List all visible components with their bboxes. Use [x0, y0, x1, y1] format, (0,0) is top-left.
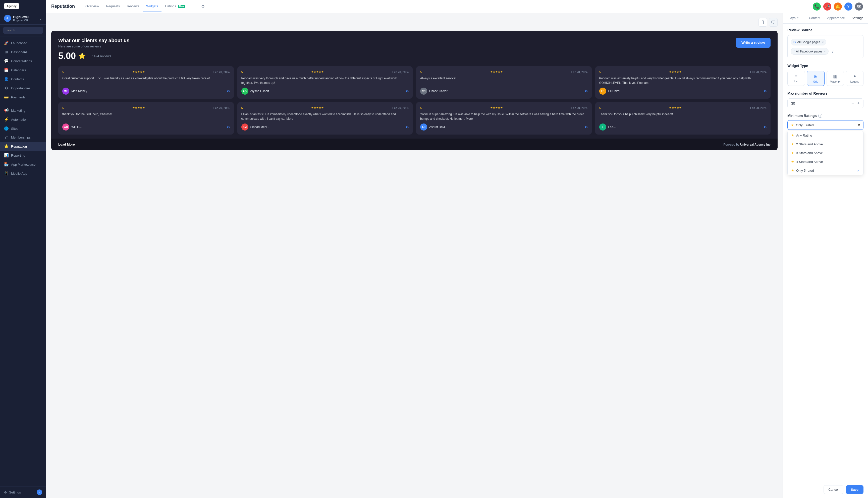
review-card: 5 ★★★★★ Feb 20, 2024 Always a excellent … — [416, 66, 592, 99]
rating-option-any[interactable]: ★ Any Rating — [788, 131, 863, 140]
review-text: Thank you for your help Abhishek! Very h… — [599, 112, 767, 121]
review-card-header: 5 ★★★★★ Feb 20, 2024 — [599, 70, 767, 74]
decrement-button[interactable]: − — [852, 101, 854, 106]
review-stars: ★★★★★ — [132, 70, 145, 74]
option-label: Only 5 rated — [796, 169, 814, 172]
sidebar-item-mobile-app[interactable]: 📱 Mobile App — [0, 169, 46, 178]
widget-type-masonry-button[interactable]: ▦ Masonry — [827, 71, 844, 86]
reviewer-info: WH Will H... — [62, 123, 82, 131]
bell-icon-button[interactable]: 🔔 — [834, 2, 842, 11]
sidebar-item-marketing[interactable]: 📢 Marketing — [0, 106, 46, 115]
review-card-header: 5 ★★★★★ Feb 20, 2024 — [241, 70, 409, 74]
remove-facebook-button[interactable]: × — [824, 50, 826, 53]
rating-option-4star[interactable]: ★ 4 Stars and Above — [788, 157, 863, 166]
reviewer-name: Eli Shirel — [608, 89, 620, 93]
review-stars: ★★★★★ — [490, 106, 503, 109]
review-count: 1494 reviews — [92, 54, 111, 58]
search-input[interactable] — [3, 27, 43, 34]
sidebar-item-settings[interactable]: ⚙ Settings — [4, 490, 21, 494]
tab-widgets[interactable]: Widgets — [143, 1, 161, 12]
tab-requests[interactable]: Requests — [103, 1, 123, 12]
sidebar-item-reputation[interactable]: ⭐ Reputation — [0, 142, 46, 151]
sidebar-item-label: Marketing — [11, 109, 25, 113]
widget-type-label: Grid — [809, 80, 823, 83]
sidebar-item-automation[interactable]: ⚡ Automation — [0, 115, 46, 124]
reviewer-name: Sinead McN... — [250, 125, 269, 129]
review-footer: SM Sinead McN... G — [241, 123, 409, 131]
sidebar-item-label: Contacts — [11, 77, 24, 81]
rating-option-5star[interactable]: ★ Only 5 rated ✓ — [788, 166, 863, 175]
rating-option-3star[interactable]: ★ 3 Stars and Above — [788, 148, 863, 157]
review-rating-num: 5 — [241, 106, 243, 109]
sidebar-item-payments[interactable]: 💳 Payments — [0, 93, 46, 102]
tab-overview[interactable]: Overview — [82, 1, 103, 12]
review-text: Always a excellent service! — [420, 76, 588, 85]
rating-option-2star[interactable]: ★ 2 Stars and Above — [788, 140, 863, 148]
phone-icon-button[interactable]: 📞 — [813, 2, 821, 11]
logo-text: Agency — [4, 3, 19, 9]
sidebar-item-dashboard[interactable]: ⊞ Dashboard — [0, 48, 46, 56]
facebook-source-label: All Facebook pages — [796, 50, 822, 53]
widget-type-grid-button[interactable]: ⊞ Grid — [807, 71, 825, 86]
tab-reviews[interactable]: Reviews — [123, 1, 143, 12]
sidebar-item-calendars[interactable]: 📅 Calendars — [0, 66, 46, 75]
review-date: Feb 20, 2024 — [392, 106, 409, 109]
sidebar-item-contacts[interactable]: 👤 Contacts — [0, 75, 46, 83]
write-review-button[interactable]: Write a review — [736, 38, 770, 48]
widget-type-grid: ≡ List ⊞ Grid ▦ Masonry ✦ — [787, 71, 864, 86]
review-date: Feb 20, 2024 — [750, 70, 766, 74]
review-rating-num: 5 — [599, 106, 601, 109]
save-button[interactable]: Save — [846, 485, 864, 494]
min-ratings-dropdown-trigger[interactable]: ★ Only 5 rated ∨ — [787, 120, 864, 130]
increment-button[interactable]: + — [857, 101, 860, 106]
reviewer-name: Chase Calver — [429, 89, 448, 93]
sidebar-item-conversations[interactable]: 💬 Conversations — [0, 56, 46, 66]
help-icon-button[interactable]: ? — [844, 2, 852, 11]
mobile-preview-button[interactable] — [759, 18, 767, 27]
sidebar-item-memberships[interactable]: 🏷 Memberships — [0, 133, 46, 142]
sidebar-item-sites[interactable]: 🌐 Sites — [0, 124, 46, 133]
widget-header: What our clients say about us Here are s… — [58, 38, 770, 61]
sidebar-item-launchpad[interactable]: 🚀 Launchpad — [0, 38, 46, 48]
review-footer: CC Chase Calver G — [420, 88, 588, 95]
desktop-preview-button[interactable] — [769, 18, 778, 27]
sidebar-item-app-marketplace[interactable]: 🏪 App Marketplace — [0, 160, 46, 169]
megaphone-icon-button[interactable]: 📣 — [823, 2, 831, 11]
tab-settings[interactable]: Settings — [847, 13, 868, 23]
sidebar-collapse-button[interactable]: ‹ — [37, 489, 42, 495]
remove-google-button[interactable]: × — [822, 40, 824, 44]
review-card: 5 ★★★★★ Feb 20, 2024 Poonam was extremel… — [595, 66, 771, 99]
widget-type-list-button[interactable]: ≡ List — [787, 71, 805, 86]
review-rating-num: 5 — [62, 70, 64, 74]
review-card: 5 ★★★★★ Feb 20, 2024 Great customer supp… — [58, 66, 234, 99]
widget-type-legacy-button[interactable]: ✦ Legacy — [846, 71, 864, 86]
sidebar-item-reporting[interactable]: 📊 Reporting — [0, 151, 46, 160]
tab-content[interactable]: Content — [804, 13, 825, 23]
info-icon[interactable]: i — [818, 114, 822, 118]
source-chevron-icon[interactable]: ∨ — [830, 49, 835, 54]
load-more-button[interactable]: Load More — [58, 143, 75, 146]
powered-by: Powered by Universal Agency Inc — [723, 143, 770, 146]
review-grid: 5 ★★★★★ Feb 20, 2024 Great customer supp… — [58, 66, 770, 134]
account-switcher[interactable]: HL HighLevel Eugene, OR ⌄ — [0, 12, 46, 25]
tab-listings[interactable]: Listings New — [161, 1, 189, 12]
sidebar-item-opportunities[interactable]: ⚙ Opportunities — [0, 83, 46, 93]
reviewer-name: Ashraf Davi... — [429, 125, 447, 129]
cancel-button[interactable]: Cancel — [824, 485, 843, 494]
widget-type-label: Masonry — [828, 80, 842, 83]
sidebar-item-label: Conversations — [11, 59, 32, 63]
sidebar-item-label: Launchpad — [11, 41, 27, 45]
star-icon: ★ — [791, 169, 794, 172]
panel-tabs: Layout Content Appearance Settings — [783, 13, 868, 24]
review-stars: ★★★★★ — [132, 106, 145, 109]
top-nav: Overview Requests Reviews Widgets Listin… — [82, 1, 189, 12]
user-avatar-button[interactable]: RK — [855, 2, 863, 11]
tab-appearance[interactable]: Appearance — [825, 13, 847, 23]
settings-gear-icon[interactable]: ⚙ — [201, 4, 205, 9]
check-icon: ✓ — [857, 169, 860, 172]
review-rating-num: 5 — [420, 106, 422, 109]
reviewer-info: L Leo... — [599, 123, 616, 131]
sidebar-item-label: Payments — [11, 95, 26, 99]
review-footer: MK Matt Kinney G — [62, 88, 230, 95]
tab-layout[interactable]: Layout — [783, 13, 804, 23]
